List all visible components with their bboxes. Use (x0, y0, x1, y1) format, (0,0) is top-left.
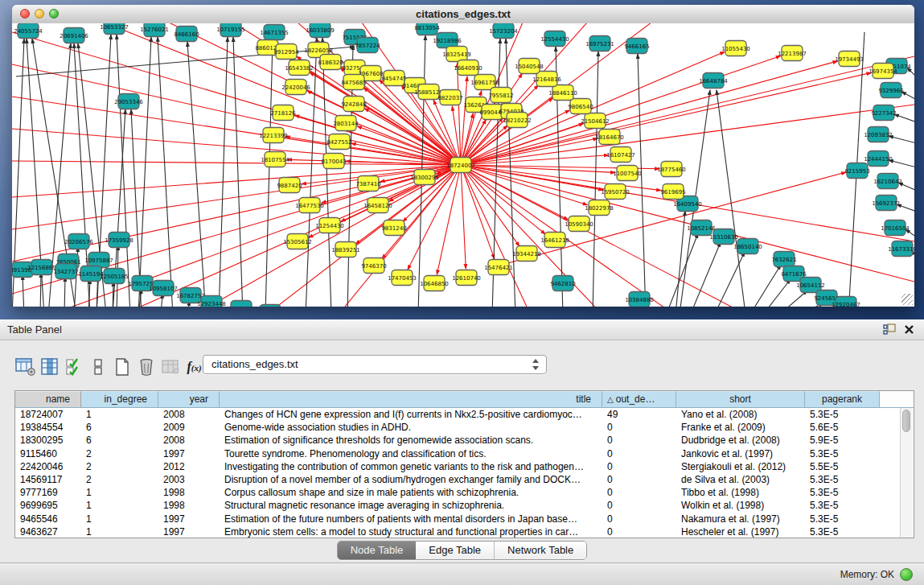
column-header-in_degree[interactable]: in_degree (81, 391, 158, 407)
cell-name[interactable]: 22420046 (15, 460, 81, 473)
cell-in_degree[interactable]: 1 (81, 525, 158, 538)
graph-node[interactable]: 7857224 (355, 38, 380, 53)
graph-node[interactable]: 16461218 (540, 233, 569, 248)
graph-node[interactable]: 12610740 (452, 270, 481, 286)
network-window[interactable]: citations_edges.txt 24055724206914061065… (12, 5, 914, 307)
cell-title[interactable]: Structural magnetic resonance image aver… (220, 499, 602, 512)
cell-title[interactable]: Estimation of the future numbers of pati… (220, 513, 602, 525)
graph-node[interactable]: 29053346 (114, 94, 143, 109)
graph-node[interactable]: 19344218 (512, 246, 541, 262)
graph-node[interactable]: 12444150 (864, 151, 893, 167)
cell-out_degree[interactable]: 0 (602, 513, 676, 525)
cell-title[interactable]: Embryonic stem cells: a model to study s… (220, 525, 602, 538)
cell-out_degree[interactable]: 0 (602, 525, 676, 538)
cell-title[interactable]: Investigating the contribution of common… (220, 460, 602, 473)
cell-name[interactable]: 9777169 (15, 486, 81, 499)
float-panel-icon[interactable] (883, 323, 897, 339)
column-header-out_degree[interactable]: △out_de… (602, 391, 676, 407)
graph-node[interactable]: 10975887 (84, 253, 113, 268)
graph-node[interactable]: 8912954 (273, 44, 299, 60)
cell-pagerank[interactable]: 5.6E-5 (805, 421, 880, 434)
create-column-icon[interactable] (111, 356, 133, 378)
cell-in_degree[interactable]: 2 (81, 460, 158, 473)
graph-node[interactable]: 21504612 (581, 113, 610, 129)
graph-node[interactable]: 12213987 (778, 46, 807, 61)
graph-node[interactable]: 9753120 (228, 301, 253, 307)
graph-node[interactable]: 12554430 (540, 31, 569, 47)
graph-node[interactable]: 16648784 (699, 73, 728, 89)
cell-short[interactable]: de Silva et al. (2003) (676, 473, 805, 486)
cell-out_degree[interactable]: 0 (602, 460, 676, 473)
cell-name[interactable]: 9465546 (15, 513, 81, 525)
graph-node[interactable]: 16543382 (285, 60, 314, 76)
graph-node[interactable]: 17470453 (388, 270, 417, 286)
cell-short[interactable]: Dudbridge et al. (2008) (676, 434, 805, 447)
graph-node[interactable]: 17016504 (881, 220, 910, 236)
column-header-pagerank[interactable]: pagerank (805, 391, 880, 407)
cell-pagerank[interactable]: 5.3E-5 (805, 473, 880, 486)
graph-node[interactable]: 8170043 (321, 154, 346, 169)
cell-pagerank[interactable]: 5.3E-5 (805, 486, 880, 499)
graph-node[interactable]: 10653327 (100, 23, 129, 35)
cell-pagerank[interactable]: 5.3E-5 (805, 525, 880, 538)
table-selector-dropdown[interactable]: citations_edges.txt (203, 355, 547, 374)
column-header-name[interactable]: name (15, 391, 81, 407)
table-row[interactable]: 2242004622012Investigating the contribut… (15, 460, 914, 473)
table-scrollbar[interactable] (900, 408, 913, 538)
graph-node[interactable]: 10384880 (625, 292, 654, 307)
graph-node[interactable]: 9806540 (568, 99, 593, 114)
cell-year[interactable]: 1997 (158, 513, 220, 525)
graph-node[interactable]: 9831240 (381, 220, 406, 236)
graph-node[interactable]: 18650140 (733, 239, 762, 254)
cell-short[interactable]: Nakamura et al. (1997) (676, 513, 805, 525)
graph-node[interactable]: 14671355 (260, 25, 289, 40)
graph-node[interactable]: 8215953 (844, 163, 869, 179)
graph-node[interactable]: 9462810 (550, 276, 575, 291)
graph-node[interactable]: 19218986 (433, 33, 462, 48)
graph-node[interactable]: 16477530 (295, 198, 324, 213)
graph-node[interactable]: 9242848 (341, 97, 366, 112)
graph-node[interactable]: 7387410 (355, 176, 380, 192)
cell-year[interactable]: 1998 (158, 499, 220, 512)
column-visibility-icon[interactable] (39, 356, 60, 378)
cell-out_degree[interactable]: 0 (602, 434, 676, 447)
table-row[interactable]: 1830029562008Estimation of significance … (15, 434, 914, 447)
graph-node[interactable]: 18300295 (410, 170, 439, 185)
cell-name[interactable]: 9463627 (15, 525, 81, 538)
column-header-year[interactable]: year (158, 391, 220, 407)
cell-short[interactable]: Hescheler et al. (1997) (676, 525, 805, 538)
column-header-title[interactable]: title (220, 391, 602, 407)
column-header-short[interactable]: short (676, 391, 805, 407)
graph-node[interactable]: 12156869 (27, 260, 56, 275)
tab-node-table[interactable]: Node Table (338, 542, 417, 559)
graph-node[interactable]: 18775460 (657, 162, 686, 177)
cell-year[interactable]: 1997 (158, 525, 220, 538)
graph-node[interactable]: 8813054 (414, 23, 440, 35)
graph-node[interactable]: 15692371 (872, 196, 901, 211)
cell-year[interactable]: 2012 (158, 460, 220, 473)
graph-node[interactable]: 15950720 (601, 184, 630, 200)
cell-title[interactable]: Changes of HCN gene expression and I(f) … (220, 408, 602, 421)
graph-node[interactable]: 15276021 (140, 23, 169, 37)
graph-node[interactable]: 11673310 (888, 241, 914, 257)
cell-title[interactable]: Disruption of a novel member of a sodium… (220, 473, 602, 486)
cell-in_degree[interactable]: 6 (81, 434, 158, 447)
cell-year[interactable]: 2009 (158, 421, 220, 434)
graph-node[interactable]: 16990312 (256, 305, 285, 307)
graph-node[interactable]: 12920467 (832, 297, 860, 307)
graph-node[interactable]: 15040548 (515, 59, 544, 74)
table-row[interactable]: 1872400712008Changes of HCN gene express… (15, 408, 914, 421)
cell-name[interactable]: 18724007 (15, 408, 81, 421)
graph-node[interactable]: 15310630 (709, 229, 738, 245)
cell-short[interactable]: Wolkin et al. (1998) (676, 499, 805, 512)
resize-grip-icon[interactable] (901, 294, 913, 305)
graph-node[interactable]: 16974354 (869, 64, 897, 79)
graph-node[interactable]: 10590340 (565, 216, 593, 232)
cell-in_degree[interactable]: 1 (81, 499, 158, 512)
cell-short[interactable]: Tibbo et al. (1998) (676, 486, 805, 499)
cell-name[interactable]: 9699695 (15, 499, 81, 512)
cell-out_degree[interactable]: 0 (602, 499, 676, 512)
cell-out_degree[interactable]: 0 (602, 473, 676, 486)
graph-node[interactable]: 15476421 (484, 260, 513, 275)
tab-edge-table[interactable]: Edge Table (416, 542, 494, 559)
